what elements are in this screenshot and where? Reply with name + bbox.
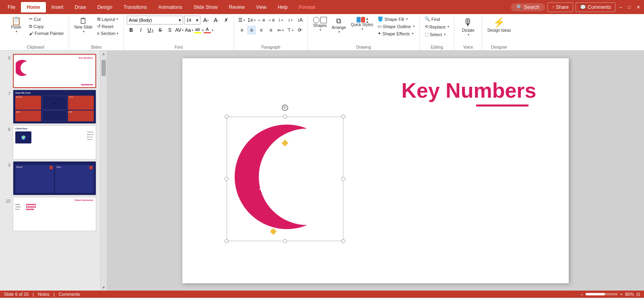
select-button[interactable]: ⬚ Select ▾ bbox=[423, 31, 448, 38]
rotate-handle[interactable]: ↻ bbox=[282, 104, 288, 111]
bold-button[interactable]: B bbox=[127, 26, 136, 35]
align-right-button[interactable]: ≡ bbox=[257, 26, 266, 35]
tab-home[interactable]: Home bbox=[21, 2, 45, 12]
increase-indent-button[interactable]: →≡ bbox=[266, 16, 275, 25]
copy-button[interactable]: ⧉ Copy bbox=[27, 23, 66, 30]
handle-bottom-middle[interactable] bbox=[283, 239, 287, 243]
numbering-button[interactable]: 1≡▾ bbox=[247, 16, 256, 25]
slide-item-10[interactable]: 10 Patient Satisfaction Facilities bbox=[4, 197, 96, 231]
text-shadow-button[interactable]: S bbox=[165, 26, 174, 35]
tab-help[interactable]: Help bbox=[272, 2, 293, 12]
convert-smartart-button[interactable]: ⟳ bbox=[295, 26, 304, 35]
tab-format[interactable]: Format bbox=[293, 2, 321, 12]
slide-item-7[interactable]: 7 Areas We Cover MERCURY → VENUS EARTH bbox=[4, 90, 96, 124]
handle-middle-right[interactable] bbox=[341, 177, 345, 181]
handle-bottom-left[interactable] bbox=[225, 239, 229, 243]
quick-styles-button[interactable]: ▲ ▼ Quick Styles ▾ bbox=[349, 16, 375, 32]
justify-button[interactable]: ≡ bbox=[266, 26, 275, 35]
shapes-button[interactable]: Shapes ▾ bbox=[311, 16, 329, 33]
paste-button[interactable]: 📋 Paste ▾ bbox=[6, 16, 27, 35]
tab-transitions[interactable]: Transitions bbox=[118, 2, 153, 12]
slide-thumb-8[interactable]: A Brief Story 🌍 14,317,321 Mercury text … bbox=[13, 125, 96, 160]
sort-button[interactable]: ↕A bbox=[295, 16, 304, 25]
shape-fill-button[interactable]: 🪣 Shape Fill ▾ bbox=[376, 16, 416, 23]
align-left-button[interactable]: ≡ bbox=[237, 26, 246, 35]
scroll-down-arrow[interactable]: ▼ bbox=[102, 285, 106, 290]
clear-format-button[interactable]: ✗ bbox=[222, 16, 231, 25]
highlight-button[interactable]: ab ▾ bbox=[194, 26, 203, 35]
char-spacing-button[interactable]: AV▾ bbox=[175, 26, 184, 35]
strikethrough-button[interactable]: S bbox=[156, 26, 165, 35]
slide-thumb-7[interactable]: Areas We Cover MERCURY → VENUS EARTH MAR… bbox=[13, 90, 96, 124]
maximize-button[interactable]: □ bbox=[626, 3, 632, 12]
handle-bottom-right[interactable] bbox=[341, 239, 345, 243]
slides-scrollbar[interactable]: ▲ ▼ bbox=[101, 51, 107, 291]
format-painter-button[interactable]: 🖌 Format Painter bbox=[27, 30, 66, 37]
comments-button[interactable]: 💬 Comments bbox=[576, 2, 615, 12]
zoom-out-button[interactable]: – bbox=[580, 292, 583, 297]
font-color-button[interactable]: A ▾ bbox=[204, 26, 213, 35]
fit-slide-button[interactable]: ⊡ bbox=[636, 292, 640, 297]
shape-container[interactable]: ↻ bbox=[227, 117, 343, 241]
layout-button[interactable]: ⊞ Layout ▾ bbox=[95, 16, 120, 23]
search-box[interactable]: 🔍 Search bbox=[511, 3, 545, 11]
notes-button[interactable]: Notes bbox=[38, 292, 50, 297]
font-name-dropdown[interactable]: Arial (Body) ▾ bbox=[127, 16, 183, 25]
scroll-up-arrow[interactable]: ▲ bbox=[102, 51, 106, 56]
slide-item-9[interactable]: 9 Mission Vision bbox=[4, 161, 96, 195]
share-button[interactable]: ↑ Share bbox=[547, 2, 573, 12]
font-shrink-button[interactable]: A- bbox=[212, 16, 221, 25]
reset-button[interactable]: ↺ Reset bbox=[95, 23, 120, 30]
handle-top-middle[interactable] bbox=[283, 115, 287, 119]
tab-review[interactable]: Review bbox=[223, 2, 250, 12]
handle-middle-left[interactable] bbox=[225, 177, 229, 181]
new-slide-button[interactable]: 🗒 New Slide ▾ bbox=[72, 16, 95, 35]
tab-draw[interactable]: Draw bbox=[69, 2, 92, 12]
tab-insert[interactable]: Insert bbox=[46, 2, 69, 12]
slide-6-crescent bbox=[16, 59, 30, 76]
align-text-button[interactable]: ⊤▾ bbox=[286, 26, 295, 35]
italic-button[interactable]: I bbox=[136, 26, 145, 35]
dictate-button[interactable]: 🎙 Dictate ▾ bbox=[458, 16, 479, 38]
shape-effects-button[interactable]: ✦ Shape Effects ▾ bbox=[376, 30, 416, 37]
handle-top-left[interactable] bbox=[225, 115, 229, 119]
minimize-button[interactable]: – bbox=[618, 3, 624, 12]
bullets-button[interactable]: ☰▾ bbox=[237, 16, 246, 25]
find-button[interactable]: 🔍 Find bbox=[423, 16, 442, 23]
tab-design[interactable]: Design bbox=[92, 2, 118, 12]
canvas-area[interactable]: Key Numbers ↻ bbox=[107, 51, 644, 291]
scroll-thumb[interactable] bbox=[101, 60, 106, 76]
shape-outline-button[interactable]: ▭ Shape Outline ▾ bbox=[376, 23, 416, 30]
font-grow-button[interactable]: A+ bbox=[202, 16, 211, 25]
tab-animations[interactable]: Animations bbox=[153, 2, 188, 12]
tab-view[interactable]: View bbox=[250, 2, 272, 12]
cut-button[interactable]: ✂ Cut bbox=[27, 16, 66, 23]
arrange-button[interactable]: ⧉ Arrange ▾ bbox=[330, 16, 348, 35]
slide-item-6[interactable]: 6 Key Numbers bbox=[4, 54, 96, 88]
line-spacing-button[interactable]: ↕▾ bbox=[286, 16, 295, 25]
section-button[interactable]: ≡ Section ▾ bbox=[95, 30, 120, 37]
center-button[interactable]: ≡ bbox=[247, 26, 256, 35]
comments-status-button[interactable]: Comments bbox=[59, 292, 80, 297]
slide-thumb-10[interactable]: Patient Satisfaction Facilities bbox=[13, 197, 96, 231]
font-size-input[interactable]: 14 ▾ bbox=[184, 16, 200, 25]
columns-button[interactable]: ⫶▾ bbox=[276, 16, 285, 25]
tab-file[interactable]: File bbox=[2, 2, 21, 12]
slide-thumb-6[interactable]: Key Numbers bbox=[13, 54, 96, 88]
tab-slideshow[interactable]: Slide Show bbox=[188, 2, 223, 12]
slides-panel[interactable]: 6 Key Numbers 7 bbox=[0, 51, 101, 291]
replace-button[interactable]: ⟲ Replace ▾ bbox=[423, 23, 451, 30]
zoom-slider-track[interactable] bbox=[586, 293, 618, 295]
close-button[interactable]: ✕ bbox=[635, 3, 642, 12]
case-button[interactable]: Aa▾ bbox=[185, 26, 194, 35]
tab-bar: File Home Insert Draw Design Transitions… bbox=[0, 0, 644, 14]
zoom-in-button[interactable]: + bbox=[620, 292, 623, 297]
slide-thumb-9[interactable]: Mission Vision bbox=[13, 161, 96, 195]
decrease-indent-button[interactable]: ←≡ bbox=[257, 16, 266, 25]
handle-top-right[interactable] bbox=[341, 115, 345, 119]
text-direction-button[interactable]: ⇐▾ bbox=[276, 26, 285, 35]
underline-button[interactable]: U▾ bbox=[146, 26, 155, 35]
design-ideas-button[interactable]: ⚡ Design Ideas bbox=[485, 16, 513, 34]
reset-label: Reset bbox=[102, 24, 114, 29]
slide-item-8[interactable]: 8 A Brief Story 🌍 14,317,321 Mercury tex… bbox=[4, 125, 96, 160]
